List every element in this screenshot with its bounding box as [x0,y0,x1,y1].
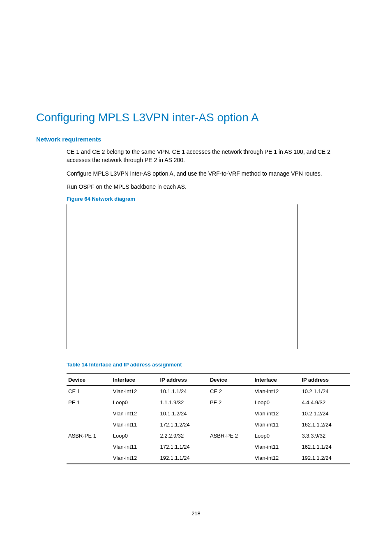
col-header: IP address [158,374,208,386]
cell: 10.2.1.1/24 [300,386,350,397]
cell: PE 1 [67,397,111,408]
table-row: ASBR-PE 1 Loop0 2.2.2.9/32 ASBR-PE 2 Loo… [67,430,350,441]
cell: ASBR-PE 2 [208,430,253,441]
cell [208,452,253,464]
cell: ASBR-PE 1 [67,430,111,441]
cell: Vlan-int11 [253,419,300,430]
cell: Vlan-int12 [253,408,300,419]
cell [67,419,111,430]
col-header: Device [67,374,111,386]
table-header-row: Device Interface IP address Device Inter… [67,374,350,386]
cell: 10.2.1.2/24 [300,408,350,419]
cell: 10.1.1.1/24 [158,386,208,397]
cell [67,408,111,419]
cell: CE 2 [208,386,253,397]
cell: Vlan-int11 [111,441,159,452]
cell: 3.3.3.9/32 [300,430,350,441]
col-header: Device [208,374,253,386]
cell: 172.1.1.1/24 [158,441,208,452]
cell: Vlan-int12 [253,386,300,397]
cell [208,441,253,452]
cell [208,408,253,419]
cell: 192.1.1.2/24 [300,452,350,464]
cell: 10.1.1.2/24 [158,408,208,419]
figure-placeholder [67,204,297,349]
figure-caption: Figure 64 Network diagram [67,196,356,202]
cell: CE 1 [67,386,111,397]
cell [67,441,111,452]
cell: Vlan-int11 [111,419,159,430]
cell [208,419,253,430]
cell: Loop0 [253,430,300,441]
col-header: Interface [111,374,159,386]
cell: Vlan-int12 [111,386,159,397]
page: Configuring MPLS L3VPN inter-AS option A… [0,0,392,533]
cell: 192.1.1.1/24 [158,452,208,464]
cell: Vlan-int12 [111,408,159,419]
page-title: Configuring MPLS L3VPN inter-AS option A [36,111,356,124]
cell: Vlan-int12 [253,452,300,464]
section-heading: Network requirements [36,136,356,143]
body-content: CE 1 and CE 2 belong to the same VPN. CE… [67,148,356,464]
paragraph: CE 1 and CE 2 belong to the same VPN. CE… [67,148,356,165]
cell: Loop0 [111,397,159,408]
cell: 172.1.1.2/24 [158,419,208,430]
table-row: CE 1 Vlan-int12 10.1.1.1/24 CE 2 Vlan-in… [67,386,350,397]
col-header: Interface [253,374,300,386]
table-row: PE 1 Loop0 1.1.1.9/32 PE 2 Loop0 4.4.4.9… [67,397,350,408]
table-row: Vlan-int11 172.1.1.2/24 Vlan-int11 162.1… [67,419,350,430]
cell: 1.1.1.9/32 [158,397,208,408]
cell: Loop0 [111,430,159,441]
cell: PE 2 [208,397,253,408]
table-caption: Table 14 Interface and IP address assign… [67,362,356,368]
table-row: Vlan-int12 10.1.1.2/24 Vlan-int12 10.2.1… [67,408,350,419]
paragraph: Run OSPF on the MPLS backbone in each AS… [67,183,356,191]
cell: Loop0 [253,397,300,408]
paragraph: Configure MPLS L3VPN inter-AS option A, … [67,169,356,178]
cell: 162.1.1.2/24 [300,419,350,430]
cell: Vlan-int11 [253,441,300,452]
cell: 2.2.2.9/32 [158,430,208,441]
table-row: Vlan-int11 172.1.1.1/24 Vlan-int11 162.1… [67,441,350,452]
page-number: 218 [0,510,392,517]
cell [67,452,111,464]
cell: 162.1.1.1/24 [300,441,350,452]
cell: Vlan-int12 [111,452,159,464]
address-table: Device Interface IP address Device Inter… [67,373,350,464]
table-row: Vlan-int12 192.1.1.1/24 Vlan-int12 192.1… [67,452,350,464]
cell: 4.4.4.9/32 [300,397,350,408]
col-header: IP address [300,374,350,386]
